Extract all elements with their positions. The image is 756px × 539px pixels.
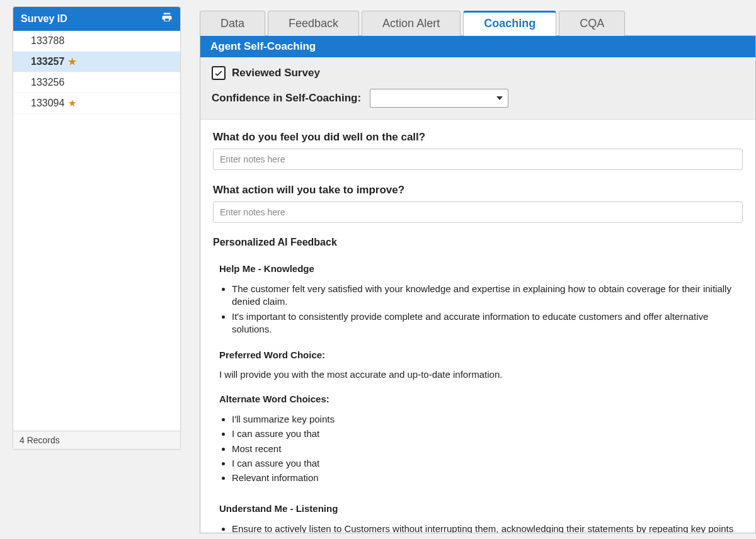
list-item: It's important to consistently provide c… [232, 310, 743, 336]
tab-content: Agent Self-Coaching Reviewed Survey Conf… [200, 36, 756, 533]
list-item: I can assure you that [232, 428, 743, 440]
preferred-text: I will provide you with the most accurat… [219, 369, 743, 380]
survey-id-text: 133094 [31, 98, 64, 109]
survey-sidebar: Survey ID 133788133257★133256133094★ 4 R… [13, 6, 181, 450]
survey-item[interactable]: 133788 [13, 31, 180, 52]
survey-id-text: 133788 [31, 35, 64, 47]
survey-id-text: 133257 [31, 56, 64, 67]
preferred-header: Preferred Word Choice: [219, 349, 743, 360]
coaching-body: What do you feel you did well on the cal… [200, 120, 755, 533]
tab-bar: DataFeedbackAction AlertCoachingCQA [200, 10, 756, 36]
print-icon[interactable] [161, 12, 173, 26]
list-item: I can assure you that [232, 457, 743, 470]
star-icon: ★ [68, 98, 76, 109]
sidebar-footer: 4 Records [13, 431, 180, 449]
main-panel: DataFeedbackAction AlertCoachingCQA Agen… [200, 6, 756, 533]
tab-feedback[interactable]: Feedback [268, 11, 359, 36]
tab-cqa[interactable]: CQA [559, 11, 625, 36]
q2-input[interactable]: Enter notes here [213, 201, 743, 223]
q2-label: What action will you take to improve? [213, 184, 743, 196]
q1-label: What do you feel you did well on the cal… [213, 131, 743, 144]
q1-input[interactable]: Enter notes here [213, 149, 743, 170]
reviewed-label: Reviewed Survey [232, 67, 320, 79]
list-item: Most recent [232, 443, 743, 455]
ai-feedback-header: Personalized AI Feedback [213, 237, 743, 248]
panel-title: Agent Self-Coaching [200, 36, 755, 57]
section-listening-header: Understand Me - Listening [219, 503, 743, 514]
list-item: The customer felt very satisfied with yo… [232, 283, 743, 309]
sidebar-title: Survey ID [21, 13, 67, 25]
list-item: Relevant information [232, 472, 743, 484]
alternate-bullets: I'll summarize key pointsI can assure yo… [232, 413, 743, 484]
section-listening-bullets: Ensure to actively listen to Customers w… [232, 523, 743, 533]
section-knowledge-bullets: The customer felt very satisfied with yo… [232, 283, 743, 336]
survey-item[interactable]: 133257★ [13, 52, 180, 72]
survey-item[interactable]: 133256 [13, 72, 180, 93]
section-knowledge-header: Help Me - Knowledge [219, 263, 743, 274]
survey-item[interactable]: 133094★ [13, 93, 180, 114]
list-item: Ensure to actively listen to Customers w… [232, 523, 743, 533]
list-item: I'll summarize key points [232, 413, 743, 426]
tab-data[interactable]: Data [200, 11, 265, 36]
coaching-controls: Reviewed Survey Confidence in Self-Coach… [200, 57, 755, 120]
tab-action-alert[interactable]: Action Alert [362, 11, 461, 36]
survey-list[interactable]: 133788133257★133256133094★ [13, 31, 180, 431]
star-icon: ★ [68, 56, 76, 67]
confidence-label: Confidence in Self-Coaching: [212, 92, 361, 105]
reviewed-checkbox[interactable] [212, 66, 226, 80]
alternate-header: Alternate Word Choices: [219, 394, 743, 404]
confidence-select[interactable] [370, 89, 508, 108]
tab-coaching[interactable]: Coaching [463, 11, 556, 36]
survey-id-text: 133256 [31, 77, 64, 88]
sidebar-header: Survey ID [13, 7, 180, 31]
